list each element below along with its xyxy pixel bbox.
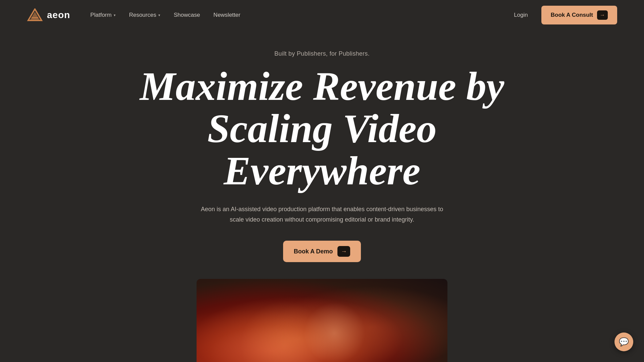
- hero-section: Built by Publishers, for Publishers. Max…: [0, 30, 644, 279]
- chat-widget[interactable]: 💬: [614, 333, 633, 351]
- resources-link[interactable]: Resources ▾: [129, 12, 160, 18]
- nav-item-newsletter[interactable]: Newsletter: [213, 12, 240, 18]
- hero-description: Aeon is an AI-assisted video production …: [195, 204, 449, 225]
- hero-subtitle: Built by Publishers, for Publishers.: [274, 50, 370, 57]
- logo-icon: [27, 8, 43, 22]
- nav-left: aeon Platform ▾ Resources ▾ Showcase: [27, 8, 240, 22]
- platform-chevron-icon: ▾: [114, 13, 116, 17]
- nav-right: Login Book A Consult →: [514, 6, 617, 24]
- hero-title: Maximize Revenue by Scaling Video Everyw…: [138, 65, 506, 192]
- login-link[interactable]: Login: [514, 12, 528, 18]
- nav-item-resources[interactable]: Resources ▾: [129, 12, 160, 18]
- demo-arrow-icon: →: [341, 248, 347, 255]
- nav-item-showcase[interactable]: Showcase: [174, 12, 200, 18]
- book-demo-label: Book A Demo: [294, 248, 333, 255]
- video-preview: [197, 279, 447, 362]
- video-preview-visual: [197, 279, 447, 362]
- book-consult-button[interactable]: Book A Consult →: [541, 6, 617, 24]
- book-consult-arrow-box: →: [597, 10, 608, 20]
- nav-links: Platform ▾ Resources ▾ Showcase Newslett…: [90, 12, 240, 18]
- book-demo-button[interactable]: Book A Demo →: [283, 241, 361, 262]
- logo[interactable]: aeon: [27, 8, 70, 22]
- arrow-right-icon: →: [600, 12, 605, 18]
- nav-item-platform[interactable]: Platform ▾: [90, 12, 115, 18]
- showcase-link[interactable]: Showcase: [174, 12, 200, 18]
- newsletter-link[interactable]: Newsletter: [213, 12, 240, 18]
- logo-text: aeon: [47, 10, 70, 20]
- book-consult-label: Book A Consult: [551, 12, 593, 18]
- resources-chevron-icon: ▾: [158, 13, 160, 17]
- chat-icon: 💬: [619, 337, 629, 347]
- navbar: aeon Platform ▾ Resources ▾ Showcase: [0, 0, 644, 30]
- platform-link[interactable]: Platform ▾: [90, 12, 115, 18]
- demo-arrow-box: →: [337, 246, 350, 257]
